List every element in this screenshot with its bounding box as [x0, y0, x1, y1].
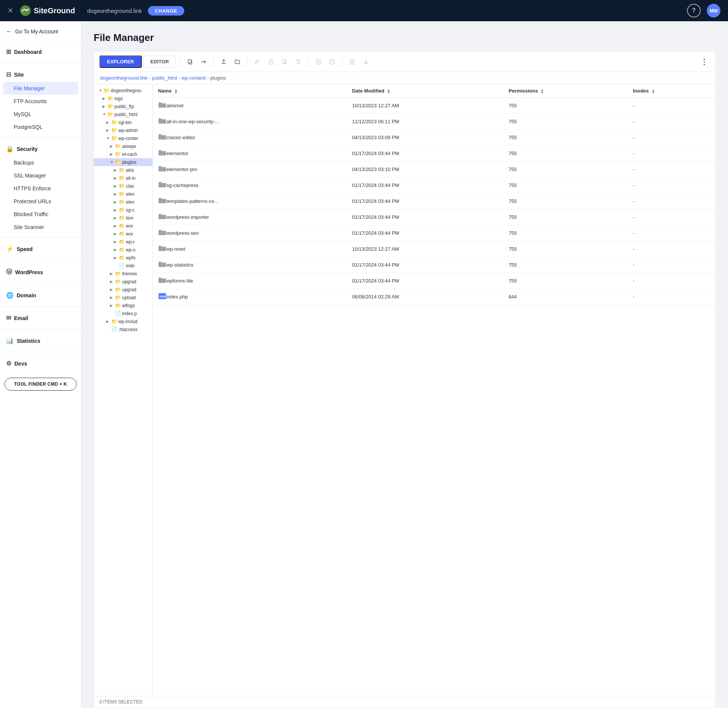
tree-item-wp-r[interactable]: ▶ 📁 wp-r: [94, 238, 152, 246]
col-permissions[interactable]: Permissions: [503, 84, 628, 98]
sidebar-header-statistics[interactable]: 📊 Statistics: [0, 333, 81, 348]
table-row[interactable]: wpforms-lite 01/17/2024 03:44 PM 755 -: [153, 273, 715, 289]
sidebar-header-domain[interactable]: 🌐 Domain: [0, 288, 81, 303]
tree-item-dogeontheground[interactable]: ▼ 📁 dogeonthegrou: [94, 86, 152, 94]
email-icon: ✉: [6, 314, 11, 322]
table-row[interactable]: all-in-one-wp-security-... 11/12/2023 06…: [153, 114, 715, 130]
tree-item-public-ftp[interactable]: ▶ 📁 public_ftp: [94, 102, 152, 110]
tree-item-wor2[interactable]: ▶ 📁 wor: [94, 230, 152, 238]
go-to-my-account-link[interactable]: ← Go To My Account: [0, 21, 81, 42]
table-row[interactable]: sg-cachepress 01/17/2024 03:44 PM 755 -: [153, 177, 715, 193]
table-row[interactable]: wp-reset 10/13/2023 12:27 AM 755 -: [153, 241, 715, 257]
sidebar-header-speed[interactable]: ⚡ Speed: [0, 242, 81, 256]
tree-item-wp-s[interactable]: ▶ 📁 wp-s: [94, 246, 152, 254]
sidebar-item-backups[interactable]: Backups: [0, 156, 81, 169]
close-icon[interactable]: ✕: [8, 6, 13, 15]
new-file-button[interactable]: [346, 56, 358, 68]
tree-item-logs[interactable]: ▶ 📁 logs: [94, 94, 152, 102]
extract-button[interactable]: [326, 56, 338, 68]
sidebar-header-email[interactable]: ✉ Email: [0, 311, 81, 325]
sidebar-item-protected-urls[interactable]: Protected URLs: [0, 195, 81, 208]
table-row[interactable]: wordpress-importer 01/17/2024 03:44 PM 7…: [153, 209, 715, 225]
tree-item-htaccess[interactable]: 📄 .htaccess: [94, 325, 152, 333]
tree-item-wp-admin[interactable]: ▶ 📁 wp-admin: [94, 126, 152, 134]
table-row[interactable]: wordpress-seo 01/17/2024 03:44 PM 755 -: [153, 225, 715, 241]
file-tree: ▼ 📁 dogeonthegrou ▶ 📁 logs ▶ 📁 pu: [94, 84, 153, 696]
move-button[interactable]: [198, 56, 210, 68]
tree-item-aiowps[interactable]: ▶ 📁 aiowps: [94, 142, 152, 150]
sidebar-header-site[interactable]: ⊟ Site: [0, 67, 81, 82]
tree-item-clas[interactable]: ▶ 📁 clas: [94, 182, 152, 190]
tree-item-all-in[interactable]: ▶ 📁 all-in: [94, 174, 152, 182]
download2-button[interactable]: [360, 56, 372, 68]
tree-item-public-html[interactable]: ▼ 📁 public_html: [94, 110, 152, 118]
tree-item-tem[interactable]: ▶ 📁 tem: [94, 214, 152, 222]
sidebar-item-mysql[interactable]: MySQL: [0, 108, 81, 121]
duplicate-button[interactable]: [279, 56, 291, 68]
tree-item-wpfo[interactable]: ▶ 📁 wpfo: [94, 254, 152, 262]
breadcrumb-domain[interactable]: dogeontheground.link: [100, 75, 147, 81]
sort-perms-icon[interactable]: [541, 89, 544, 93]
tree-item-upgrad2[interactable]: ▶ 📁 upgrad: [94, 286, 152, 294]
tool-finder-button[interactable]: TOOL FINDER CMD + K: [5, 378, 77, 391]
tree-item-akis[interactable]: ▶ 📁 akis: [94, 166, 152, 174]
tree-item-sg-c[interactable]: ▶ 📁 sg-c: [94, 206, 152, 214]
table-row[interactable]: elementor-pro 04/13/2023 03:10 PM 755 -: [153, 162, 715, 177]
sidebar-header-devs[interactable]: ⚙ Devs: [0, 356, 81, 371]
sidebar-item-file-manager[interactable]: File Manager: [3, 82, 78, 95]
tab-explorer[interactable]: EXPLORER: [99, 55, 142, 68]
tree-item-upgrad1[interactable]: ▶ 📁 upgrad: [94, 278, 152, 286]
avatar[interactable]: MM: [707, 4, 720, 17]
col-inodes[interactable]: Inodes: [628, 84, 715, 98]
tree-item-index-php2[interactable]: 📄 index.p: [94, 309, 152, 317]
change-button[interactable]: CHANGE: [148, 6, 184, 16]
sort-date-icon[interactable]: [387, 89, 390, 93]
delete-button[interactable]: [292, 56, 304, 68]
breadcrumb-public-html[interactable]: public_html: [152, 75, 177, 81]
tree-item-index-p[interactable]: 📄 inde: [94, 262, 152, 270]
sidebar-item-ssl-manager[interactable]: SSL Manager: [0, 169, 81, 182]
table-row[interactable]: templates-patterns-co... 01/17/2024 03:4…: [153, 193, 715, 209]
sidebar-item-site-scanner[interactable]: Site Scanner: [0, 221, 81, 234]
permissions-button[interactable]: [265, 56, 277, 68]
tree-item-cgi-bin[interactable]: ▶ 📁 cgi-bin: [94, 118, 152, 126]
tree-item-wflogs[interactable]: ▶ 📁 wflogs: [94, 301, 152, 309]
tree-item-et-cach[interactable]: ▶ 📁 et-cach: [94, 150, 152, 158]
tree-item-themes[interactable]: ▶ 📁 themes: [94, 270, 152, 278]
download-button[interactable]: [231, 56, 243, 68]
sort-name-icon[interactable]: [174, 89, 177, 93]
tree-item-plugins[interactable]: ▼ 📁 plugins: [94, 158, 152, 166]
table-row[interactable]: PHP index.php 06/06/2014 02:29 AM 644 -: [153, 289, 715, 305]
sidebar-section-devs: ⚙ Devs: [0, 354, 81, 373]
tree-item-elen1[interactable]: ▶ 📁 elen: [94, 190, 152, 198]
tree-item-elen2[interactable]: ▶ 📁 elen: [94, 198, 152, 206]
tree-item-upload[interactable]: ▶ 📁 upload: [94, 294, 152, 301]
table-row[interactable]: wp-statistics 01/17/2024 03:44 PM 755 -: [153, 257, 715, 273]
sidebar-header-wordpress[interactable]: Ⓦ WordPress: [0, 264, 81, 280]
col-name[interactable]: Name: [153, 84, 347, 98]
site-icon: ⊟: [6, 71, 11, 78]
sidebar-header-security[interactable]: 🔒 Security: [0, 141, 81, 156]
table-row[interactable]: elementor 01/17/2024 03:44 PM 755 -: [153, 146, 715, 162]
table-row[interactable]: akismet 10/13/2023 12:27 AM 755 -: [153, 98, 715, 114]
sidebar-item-blocked-traffic[interactable]: Blocked Traffic: [0, 208, 81, 221]
sort-inodes-icon[interactable]: [652, 89, 655, 93]
tree-item-wor1[interactable]: ▶ 📁 wor: [94, 222, 152, 230]
upload-button[interactable]: [218, 56, 230, 68]
tree-label: et-cach: [122, 152, 137, 157]
copy-button[interactable]: [184, 56, 196, 68]
rename-button[interactable]: [251, 56, 264, 68]
sidebar-item-ftp-accounts[interactable]: FTP Accounts: [0, 95, 81, 108]
sidebar-item-dashboard[interactable]: ⊞ Dashboard: [0, 44, 81, 59]
help-button[interactable]: ?: [687, 4, 701, 17]
compress-button[interactable]: [312, 56, 325, 68]
more-options-button[interactable]: ⋮: [698, 56, 710, 68]
tree-item-wp-includ[interactable]: ▶ 📁 wp-includ: [94, 317, 152, 325]
table-row[interactable]: classic-editor 04/13/2023 03:09 PM 755 -: [153, 130, 715, 146]
col-date-modified[interactable]: Date Modified: [347, 84, 503, 98]
sidebar-item-postgresql[interactable]: PostgreSQL: [0, 121, 81, 133]
tree-item-wp-content[interactable]: ▼ 📁 wp-conter: [94, 134, 152, 142]
breadcrumb-wp-content[interactable]: wp-content: [182, 75, 206, 81]
sidebar-item-https-enforce[interactable]: HTTPS Enforce: [0, 182, 81, 195]
tab-editor[interactable]: EDITOR: [143, 56, 176, 68]
